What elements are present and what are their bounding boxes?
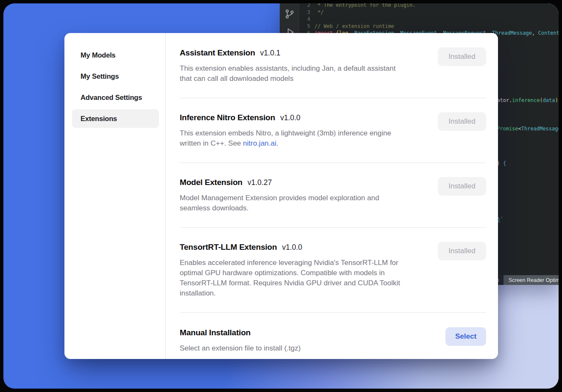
extension-description: Enables accelerated inference leveraging… — [180, 258, 400, 298]
screenshot-root: 2 * The entrypoint for the plugin.3 */45… — [0, 0, 562, 392]
extension-version: v1.0.27 — [248, 177, 272, 188]
extension-entry: Model Extension v1.0.27 Model Management… — [180, 163, 486, 228]
extensions-panel: Assistant Extension v1.0.1 This extensio… — [166, 33, 498, 359]
installed-button[interactable]: Installed — [438, 47, 486, 66]
select-file-button[interactable]: Select — [445, 327, 486, 346]
extension-entry: Inference Nitro Extension v1.0.0 This ex… — [180, 98, 486, 163]
manual-installation-title: Manual Installation — [180, 327, 250, 338]
extension-description: Model Management Extension provides mode… — [180, 193, 379, 213]
sidebar-item-advanced-settings[interactable]: Advanced Settings — [72, 88, 159, 107]
screen-reader-status-item[interactable]: Screen Reader Optimize — [504, 275, 559, 285]
extension-name: TensortRT-LLM Extension — [180, 242, 277, 253]
extension-version: v1.0.1 — [260, 47, 281, 58]
extension-name: Assistant Extension — [180, 47, 255, 58]
installed-button[interactable]: Installed — [438, 177, 486, 196]
extension-version: v1.0.0 — [280, 112, 300, 123]
nitro-jan-ai-link[interactable]: nitro.jan.ai. — [243, 139, 278, 147]
extension-version: v1.0.0 — [282, 242, 302, 253]
installed-button[interactable]: Installed — [438, 112, 486, 131]
settings-modal: My Models My Settings Advanced Settings … — [64, 33, 498, 359]
extension-description: This extension enables assistants, inclu… — [180, 63, 395, 84]
extension-name: Model Extension — [180, 177, 242, 188]
extension-description: This extension embeds Nitro, a lightweig… — [180, 128, 391, 149]
code-fragment: rator.inference(data)); — [494, 97, 559, 103]
extension-entry: Assistant Extension v1.0.1 This extensio… — [180, 33, 486, 98]
desktop-background: 2 * The entrypoint for the plugin.3 */45… — [3, 3, 559, 389]
manual-installation-entry: Manual Installation Select an extension … — [180, 313, 486, 359]
code-fragment: Promise<ThreadMessage> — [497, 126, 559, 132]
extension-entry: TensortRT-LLM Extension v1.0.0 Enables a… — [180, 228, 486, 313]
sidebar-item-my-settings[interactable]: My Settings — [72, 67, 159, 86]
installed-button[interactable]: Installed — [438, 242, 486, 260]
settings-sidebar: My Models My Settings Advanced Settings … — [64, 33, 166, 359]
sidebar-item-extensions[interactable]: Extensions — [72, 109, 159, 128]
sidebar-item-my-models[interactable]: My Models — [72, 46, 159, 64]
extension-name: Inference Nitro Extension — [180, 112, 275, 123]
manual-installation-description: Select an extension file to install (.tg… — [180, 343, 300, 353]
